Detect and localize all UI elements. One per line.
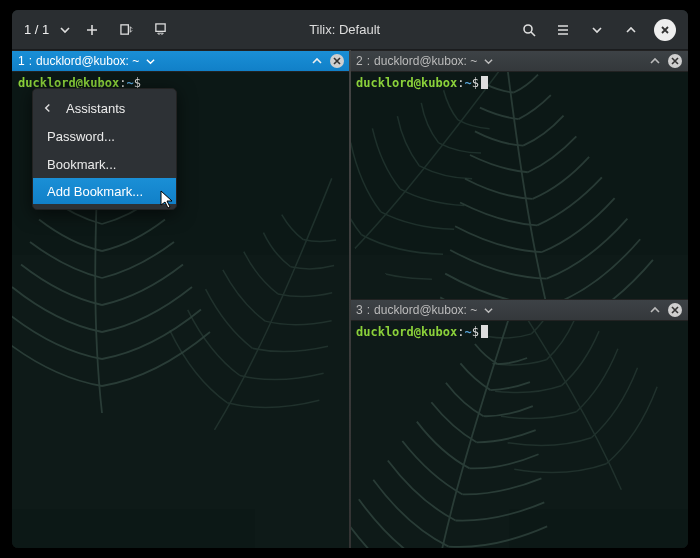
session-counter: 1 / 1 bbox=[20, 22, 55, 37]
pane-index: 2 bbox=[356, 54, 363, 68]
split-vertical-button[interactable] bbox=[111, 16, 141, 44]
window-title: Tilix: Default bbox=[179, 22, 510, 37]
chevron-down-icon bbox=[481, 54, 495, 68]
chevron-down-icon bbox=[143, 54, 157, 68]
pane-header-2[interactable]: 2: ducklord@kubox: ~ bbox=[350, 50, 688, 72]
menu-item-bookmark[interactable]: Bookmark... bbox=[33, 150, 176, 178]
terminal-pane-2[interactable]: ducklord@kubox:~$ bbox=[350, 72, 688, 299]
close-button[interactable] bbox=[650, 16, 680, 44]
menu-back-assistants[interactable]: Assistants bbox=[33, 94, 176, 122]
split-horizontal-button[interactable] bbox=[145, 16, 175, 44]
svg-rect-0 bbox=[121, 25, 128, 34]
session-switcher[interactable]: 1 / 1 bbox=[20, 16, 73, 44]
pane-index: 3 bbox=[356, 303, 363, 317]
chevron-down-icon bbox=[481, 303, 495, 317]
pane-title: ducklord@kubox: ~ bbox=[374, 303, 477, 317]
new-session-button[interactable] bbox=[77, 16, 107, 44]
minimize-button[interactable] bbox=[582, 16, 612, 44]
svg-rect-1 bbox=[156, 24, 165, 31]
maximize-pane-icon[interactable] bbox=[648, 303, 662, 317]
close-pane-button[interactable] bbox=[668, 303, 682, 317]
menu-item-password[interactable]: Password... bbox=[33, 122, 176, 150]
maximize-pane-icon[interactable] bbox=[648, 54, 662, 68]
pane-header-3[interactable]: 3: ducklord@kubox: ~ bbox=[350, 299, 688, 321]
svg-point-2 bbox=[524, 25, 532, 33]
pane-index: 1 bbox=[18, 54, 25, 68]
shell-prompt: ducklord@kubox:~$ bbox=[350, 72, 688, 94]
chevron-down-icon bbox=[57, 16, 73, 44]
pane-title: ducklord@kubox: ~ bbox=[36, 54, 139, 68]
maximize-button[interactable] bbox=[616, 16, 646, 44]
hamburger-menu-button[interactable] bbox=[548, 16, 578, 44]
menu-header-label: Assistants bbox=[66, 101, 125, 116]
terminal-pane-3[interactable]: ducklord@kubox:~$ bbox=[350, 321, 688, 548]
search-button[interactable] bbox=[514, 16, 544, 44]
pane-divider[interactable] bbox=[349, 50, 351, 548]
context-menu: Assistants Password... Bookmark... Add B… bbox=[32, 88, 177, 210]
pane-header-1[interactable]: 1: ducklord@kubox: ~ bbox=[12, 50, 350, 72]
close-icon bbox=[654, 19, 676, 41]
menu-item-add-bookmark[interactable]: Add Bookmark... bbox=[33, 178, 176, 204]
chevron-left-icon bbox=[43, 101, 52, 116]
maximize-pane-icon[interactable] bbox=[310, 54, 324, 68]
close-pane-button[interactable] bbox=[668, 54, 682, 68]
titlebar: 1 / 1 Tilix: Default bbox=[12, 10, 688, 50]
pane-title: ducklord@kubox: ~ bbox=[374, 54, 477, 68]
shell-prompt: ducklord@kubox:~$ bbox=[350, 321, 688, 343]
close-pane-button[interactable] bbox=[330, 54, 344, 68]
